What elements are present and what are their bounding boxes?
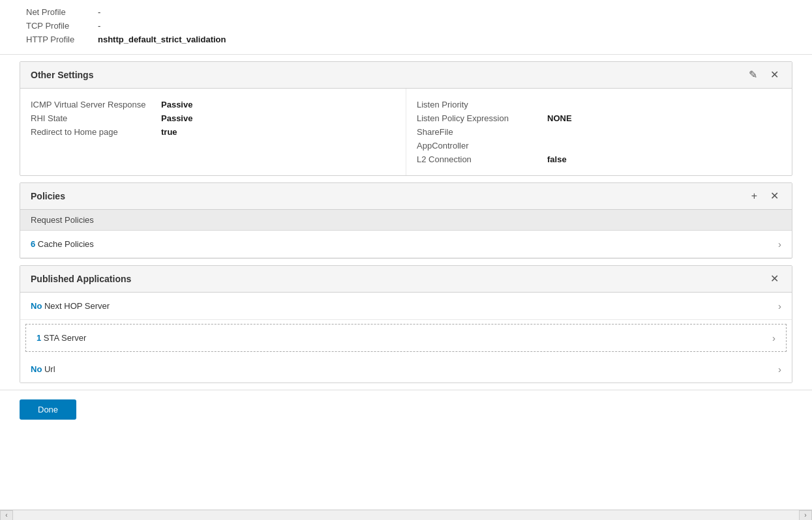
rhi-label: RHI State (31, 113, 161, 123)
redirect-label: Redirect to Home page (31, 127, 161, 137)
url-chevron-icon: › (778, 364, 781, 375)
sharefile-label: ShareFile (417, 127, 547, 137)
sta-server-item[interactable]: 1 STA Server › (25, 324, 787, 352)
next-hop-server-item[interactable]: No Next HOP Server › (20, 293, 792, 320)
http-profile-value: nshttp_default_strict_validation (98, 35, 226, 44)
rhi-value: Passive (161, 113, 192, 123)
published-applications-header: Published Applications ✕ (20, 266, 792, 293)
rhi-row: RHI State Passive (31, 111, 395, 125)
close-icon: ✕ (770, 191, 779, 201)
policies-actions: + ✕ (749, 190, 781, 203)
listen-priority-row: Listen Priority (417, 98, 781, 111)
scroll-left-arrow[interactable]: ‹ (0, 510, 13, 521)
cache-policies-label: Cache Policies (35, 239, 94, 249)
published-applications-actions: ✕ (768, 272, 781, 285)
url-label: Url (42, 364, 55, 374)
l2-connection-row: L2 Connection false (417, 152, 781, 166)
settings-left-col: ICMP Virtual Server Response Passive RHI… (20, 89, 406, 175)
l2-connection-value: false (547, 154, 567, 164)
policies-card: Policies + ✕ Request Policies 6 Cache Po… (20, 182, 792, 259)
other-settings-title: Other Settings (31, 70, 93, 80)
tcp-profile-row: TCP Profile - (26, 19, 786, 33)
sharefile-row: ShareFile (417, 125, 781, 139)
http-profile-label: HTTP Profile (26, 35, 98, 44)
cache-policies-chevron-icon: › (778, 238, 781, 250)
request-policies-label: Request Policies (31, 215, 94, 225)
listen-policy-value: NONE (547, 113, 572, 123)
listen-policy-label: Listen Policy Expression (417, 113, 547, 123)
other-settings-actions: ✎ ✕ (746, 68, 781, 81)
published-applications-card: Published Applications ✕ No Next HOP Ser… (20, 265, 792, 383)
cache-policies-text: 6 Cache Policies (31, 239, 94, 249)
edit-icon: ✎ (749, 70, 757, 80)
scroll-track (13, 510, 799, 520)
url-highlight: No (31, 364, 42, 374)
next-hop-server-highlight: No (31, 301, 42, 311)
net-profile-label: Net Profile (26, 7, 98, 17)
close-icon: ✕ (770, 274, 779, 284)
url-item[interactable]: No Url › (20, 356, 792, 383)
policies-header: Policies + ✕ (20, 183, 792, 210)
other-settings-edit-button[interactable]: ✎ (746, 68, 760, 81)
main-content: Net Profile - TCP Profile - HTTP Profile… (0, 0, 812, 510)
policies-add-button[interactable]: + (749, 190, 760, 203)
next-hop-server-label: Next HOP Server (42, 301, 110, 311)
other-settings-header: Other Settings ✎ ✕ (20, 62, 792, 89)
request-policies-header: Request Policies (20, 210, 792, 231)
tcp-profile-value: - (98, 21, 100, 31)
other-settings-close-button[interactable]: ✕ (768, 68, 781, 81)
appcontroller-row: AppController (417, 139, 781, 152)
bottom-scrollbar: ‹ › (0, 510, 812, 520)
add-icon: + (751, 191, 757, 201)
icmp-value: Passive (161, 100, 192, 109)
redirect-value: true (161, 127, 177, 137)
profile-section: Net Profile - TCP Profile - HTTP Profile… (0, 0, 812, 55)
scroll-right-arrow[interactable]: › (799, 510, 812, 521)
done-button[interactable]: Done (20, 399, 76, 420)
policies-close-button[interactable]: ✕ (768, 190, 781, 203)
other-settings-content: ICMP Virtual Server Response Passive RHI… (20, 89, 792, 175)
policies-title: Policies (31, 191, 65, 201)
published-applications-close-button[interactable]: ✕ (768, 272, 781, 285)
icmp-label: ICMP Virtual Server Response (31, 100, 161, 109)
listen-policy-row: Listen Policy Expression NONE (417, 111, 781, 125)
sta-server-chevron-icon: › (772, 332, 775, 343)
net-profile-row: Net Profile - (26, 5, 786, 19)
l2-connection-label: L2 Connection (417, 154, 547, 164)
listen-priority-label: Listen Priority (417, 100, 547, 109)
net-profile-value: - (98, 7, 100, 17)
cache-policies-item[interactable]: 6 Cache Policies › (20, 231, 792, 258)
footer-section: Done (0, 390, 812, 429)
sta-server-text: 1 STA Server (37, 333, 86, 343)
sta-server-label: STA Server (41, 333, 86, 343)
next-hop-server-chevron-icon: › (778, 300, 781, 311)
tcp-profile-label: TCP Profile (26, 21, 98, 31)
published-applications-title: Published Applications (31, 274, 131, 284)
http-profile-row: HTTP Profile nshttp_default_strict_valid… (26, 33, 786, 46)
url-text: No Url (31, 364, 55, 374)
icmp-row: ICMP Virtual Server Response Passive (31, 98, 395, 111)
other-settings-card: Other Settings ✎ ✕ ICMP Virtual Server R… (20, 61, 792, 176)
settings-right-col: Listen Priority Listen Policy Expression… (406, 89, 792, 175)
next-hop-server-text: No Next HOP Server (31, 301, 110, 311)
appcontroller-label: AppController (417, 141, 547, 151)
redirect-row: Redirect to Home page true (31, 125, 395, 139)
close-icon: ✕ (770, 70, 779, 80)
